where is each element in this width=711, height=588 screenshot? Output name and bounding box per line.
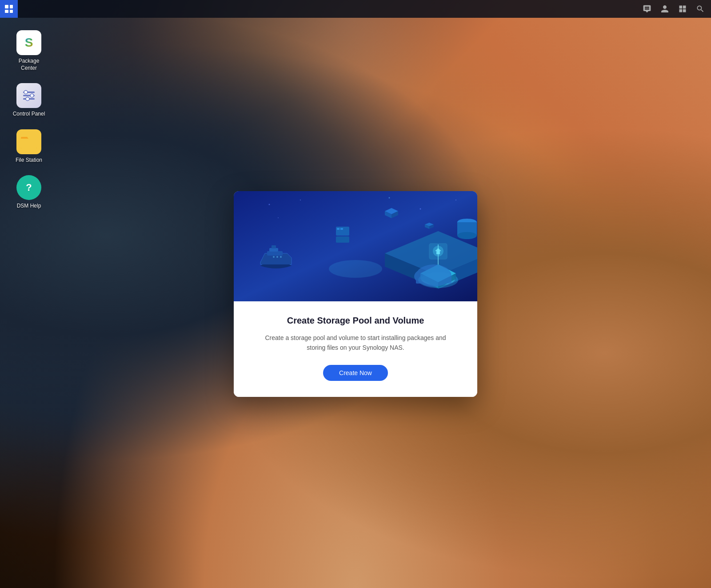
svg-point-9	[300, 200, 301, 200]
svg-rect-33	[337, 228, 340, 230]
svg-point-12	[389, 197, 390, 198]
svg-point-13	[278, 217, 279, 218]
svg-rect-15	[269, 248, 278, 252]
svg-rect-32	[336, 236, 349, 243]
storage-pool-modal: Create Storage Pool and Volume Create a …	[234, 191, 477, 397]
modal-content: Create Storage Pool and Volume Create a …	[234, 301, 477, 397]
svg-rect-14	[267, 251, 283, 256]
modal-description: Create a storage pool and volume to star…	[255, 333, 456, 353]
svg-point-19	[280, 256, 282, 258]
modal-title: Create Storage Pool and Volume	[255, 316, 456, 326]
svg-point-18	[276, 256, 278, 258]
modal-hero-image	[234, 191, 477, 301]
svg-point-52	[329, 260, 382, 278]
hero-illustration	[234, 191, 477, 301]
svg-point-11	[455, 200, 456, 200]
svg-rect-16	[272, 245, 276, 248]
svg-point-37	[457, 232, 477, 239]
svg-rect-45	[416, 276, 451, 284]
svg-point-17	[273, 256, 275, 258]
modal-overlay: Create Storage Pool and Volume Create a …	[0, 0, 711, 588]
create-now-button[interactable]: Create Now	[323, 365, 388, 381]
svg-point-8	[269, 204, 270, 205]
svg-point-10	[420, 208, 421, 209]
svg-rect-34	[340, 228, 343, 230]
